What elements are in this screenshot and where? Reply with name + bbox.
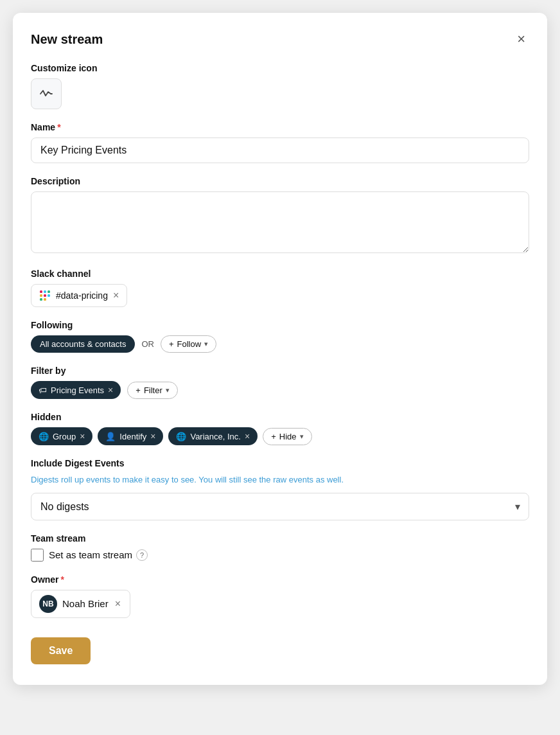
digest-hint: Digests roll up events to make it easy t…: [31, 474, 529, 486]
digest-label: Include Digest Events: [31, 458, 529, 468]
owner-label: Owner *: [31, 574, 529, 585]
hidden-tag-group: 🌐 Group ×: [31, 427, 92, 445]
close-button[interactable]: ×: [513, 31, 529, 48]
description-label: Description: [31, 176, 529, 186]
hidden-tag-variance: 🌐 Variance, Inc. ×: [168, 427, 258, 445]
team-stream-option-label: Set as team stream ?: [49, 549, 148, 561]
slack-channel-tag: #data-pricing ×: [31, 284, 127, 307]
save-button[interactable]: Save: [31, 637, 91, 664]
hidden-row: 🌐 Group × 👤 Identify × 🌐 Variance, Inc. …: [31, 427, 529, 445]
customize-icon-label: Customize icon: [31, 63, 529, 73]
pricing-events-tag: 🏷 Pricing Events ×: [31, 381, 121, 399]
owner-row: NB Noah Brier ×: [31, 590, 529, 618]
team-stream-label: Team stream: [31, 533, 529, 544]
name-input[interactable]: [31, 137, 529, 163]
follow-plus-icon: +: [169, 339, 174, 349]
hide-plus-icon: +: [271, 432, 276, 441]
team-stream-help-icon[interactable]: ?: [136, 549, 148, 561]
identify-person-icon: 👤: [105, 432, 116, 441]
svg-rect-7: [44, 298, 46, 301]
svg-rect-5: [48, 294, 50, 297]
description-input[interactable]: [31, 191, 529, 253]
owner-section: Owner * NB Noah Brier ×: [31, 574, 529, 618]
hide-button[interactable]: + Hide ▾: [263, 428, 311, 445]
follow-chevron-icon: ▾: [204, 340, 208, 348]
following-label: Following: [31, 320, 529, 330]
filter-by-label: Filter by: [31, 366, 529, 376]
owner-name: Noah Brier: [62, 598, 109, 609]
svg-rect-2: [48, 290, 50, 293]
identify-remove-button[interactable]: ×: [150, 431, 155, 441]
variance-remove-button[interactable]: ×: [245, 431, 250, 441]
slack-channel-remove-button[interactable]: ×: [112, 290, 120, 301]
variance-globe-icon: 🌐: [176, 432, 186, 441]
name-label: Name *: [31, 122, 529, 132]
follow-button[interactable]: + Follow ▾: [161, 335, 216, 353]
svg-rect-0: [40, 290, 42, 293]
filter-row: 🏷 Pricing Events × + Filter ▾: [31, 381, 529, 399]
svg-rect-1: [44, 290, 46, 293]
following-row: All accounts & contacts OR + Follow ▾: [31, 335, 529, 353]
hidden-label: Hidden: [31, 412, 529, 422]
digest-select-wrapper: No digests Daily Weekly ▾: [31, 493, 529, 520]
team-stream-section: Team stream Set as team stream ?: [31, 533, 529, 562]
filter-by-section: Filter by 🏷 Pricing Events × + Filter ▾: [31, 366, 529, 399]
filter-button[interactable]: + Filter ▾: [127, 382, 177, 399]
modal-title: New stream: [31, 32, 103, 47]
team-stream-checkbox[interactable]: [31, 549, 44, 562]
activity-icon: [39, 87, 53, 101]
filter-plus-icon: +: [136, 385, 141, 395]
slack-channel-label: Slack channel: [31, 269, 529, 279]
digest-select[interactable]: No digests Daily Weekly: [31, 493, 529, 520]
digest-section: Include Digest Events Digests roll up ev…: [31, 458, 529, 520]
slack-channel-section: Slack channel #data-pricing ×: [31, 269, 529, 307]
svg-rect-4: [44, 294, 46, 297]
hidden-tag-identify: 👤 Identify ×: [98, 427, 163, 445]
hide-chevron-icon: ▾: [300, 432, 304, 441]
new-stream-modal: New stream × Customize icon Name * Descr…: [13, 13, 547, 685]
slack-channel-row: #data-pricing ×: [31, 284, 529, 307]
all-accounts-tag: All accounts & contacts: [31, 335, 135, 353]
name-section: Name *: [31, 122, 529, 163]
group-remove-button[interactable]: ×: [80, 431, 85, 441]
or-text: OR: [141, 339, 154, 349]
group-globe-icon: 🌐: [39, 432, 49, 441]
description-section: Description: [31, 176, 529, 256]
slack-channel-name: #data-pricing: [56, 290, 108, 301]
svg-rect-6: [40, 298, 42, 301]
modal-header: New stream ×: [31, 31, 529, 48]
owner-tag: NB Noah Brier ×: [31, 590, 130, 618]
customize-icon-button[interactable]: [31, 78, 62, 109]
filter-chevron-icon: ▾: [166, 386, 170, 394]
slack-icon: [38, 288, 52, 303]
svg-rect-3: [40, 294, 42, 297]
owner-remove-button[interactable]: ×: [114, 599, 122, 609]
owner-avatar: NB: [39, 595, 57, 613]
following-section: Following All accounts & contacts OR + F…: [31, 320, 529, 353]
tag-icon: 🏷: [39, 385, 47, 395]
team-stream-row: Set as team stream ?: [31, 549, 529, 562]
pricing-events-remove-button[interactable]: ×: [108, 385, 113, 395]
customize-icon-section: Customize icon: [31, 63, 529, 109]
hidden-section: Hidden 🌐 Group × 👤 Identify × 🌐 Variance…: [31, 412, 529, 445]
